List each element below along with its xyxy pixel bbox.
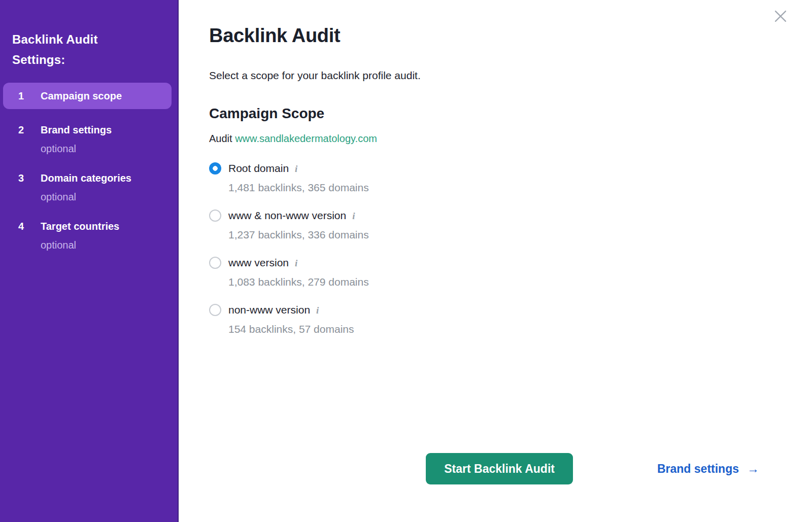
start-backlink-audit-button[interactable]: Start Backlink Audit	[426, 453, 573, 484]
info-icon[interactable]: i	[352, 211, 355, 222]
step-label: Target countries	[41, 220, 119, 233]
sidebar-item-campaign-scope[interactable]: 1 Campaign scope	[3, 83, 172, 109]
option-label[interactable]: non-www version	[228, 303, 310, 317]
main-panel: Backlink Audit Select a scope for your b…	[180, 0, 812, 522]
step-label: Campaign scope	[41, 89, 122, 102]
section-heading-campaign-scope: Campaign Scope	[209, 105, 812, 122]
option-label[interactable]: www version	[228, 256, 289, 269]
audit-domain-link[interactable]: www.sandlakedermatology.com	[235, 133, 377, 144]
step-label: Domain categories	[41, 171, 131, 185]
step-number: 2	[18, 123, 41, 136]
sidebar-title-line2: Settings:	[12, 50, 172, 70]
audit-prefix: Audit	[209, 133, 232, 144]
option-stats: 154 backlinks, 57 domains	[228, 323, 354, 335]
radio-www-version[interactable]	[209, 257, 221, 269]
info-icon[interactable]: i	[295, 258, 297, 269]
info-icon[interactable]: i	[295, 163, 297, 175]
close-icon	[772, 8, 789, 25]
modal-footer: Start Backlink Audit Brand settings →	[180, 453, 812, 484]
option-label[interactable]: Root domain	[228, 161, 289, 175]
sidebar-title: Backlink Audit Settings:	[3, 29, 172, 70]
steps-nav: 1 Campaign scope 2 Brand settings option…	[3, 83, 172, 252]
close-button[interactable]	[770, 6, 791, 26]
info-icon[interactable]: i	[316, 305, 319, 316]
scope-option-root-domain: Root domain i 1,481 backlinks, 365 domai…	[209, 161, 812, 194]
radio-www-and-non-www[interactable]	[209, 210, 221, 222]
option-stats: 1,237 backlinks, 336 domains	[228, 228, 369, 241]
sidebar-item-target-countries[interactable]: 4 Target countries optional	[3, 220, 172, 252]
step-optional-tag: optional	[41, 190, 131, 203]
step-optional-tag: optional	[41, 238, 119, 252]
option-label[interactable]: www & non-www version	[228, 208, 346, 222]
sidebar-item-domain-categories[interactable]: 3 Domain categories optional	[3, 171, 172, 203]
audit-target-line: Audit www.sandlakedermatology.com	[209, 133, 812, 145]
scope-options-group: Root domain i 1,481 backlinks, 365 domai…	[209, 161, 812, 335]
scope-option-non-www-version: non-www version i 154 backlinks, 57 doma…	[209, 303, 812, 335]
next-link-label: Brand settings	[657, 462, 739, 476]
page-title: Backlink Audit	[209, 24, 812, 47]
step-optional-tag: optional	[41, 142, 112, 155]
option-stats: 1,083 backlinks, 279 domains	[228, 275, 369, 288]
step-number: 4	[18, 220, 41, 233]
scope-option-www-version: www version i 1,083 backlinks, 279 domai…	[209, 256, 812, 288]
arrow-right-icon: →	[747, 462, 759, 476]
step-label: Brand settings	[41, 123, 112, 136]
settings-sidebar: Backlink Audit Settings: 1 Campaign scop…	[0, 0, 179, 522]
option-stats: 1,481 backlinks, 365 domains	[228, 181, 369, 194]
sidebar-item-brand-settings[interactable]: 2 Brand settings optional	[3, 123, 172, 155]
radio-root-domain[interactable]	[209, 162, 221, 175]
scope-option-www-and-non-www: www & non-www version i 1,237 backlinks,…	[209, 208, 812, 241]
radio-non-www-version[interactable]	[209, 304, 221, 316]
sidebar-title-line1: Backlink Audit	[12, 29, 172, 50]
step-number: 3	[18, 171, 41, 185]
step-number: 1	[18, 89, 41, 102]
brand-settings-next-link[interactable]: Brand settings →	[657, 462, 759, 476]
page-subtitle: Select a scope for your backlink profile…	[209, 69, 812, 82]
